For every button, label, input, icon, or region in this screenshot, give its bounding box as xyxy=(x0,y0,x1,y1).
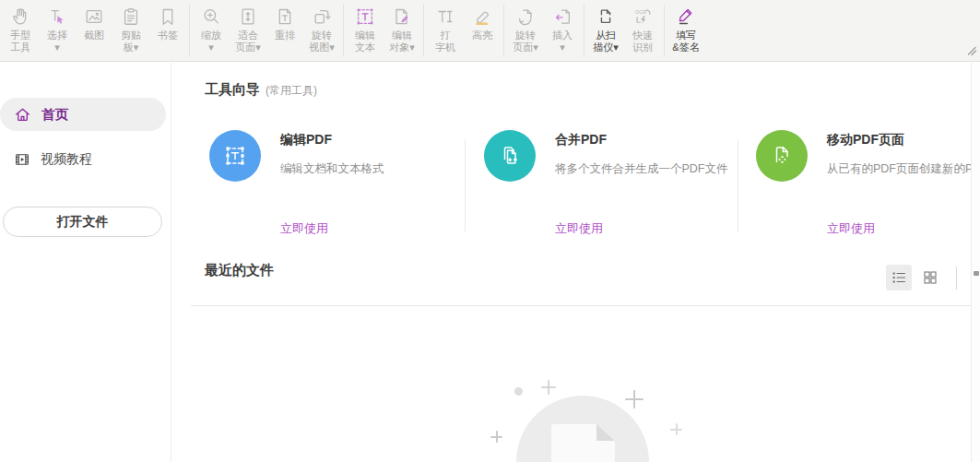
tool-card-title: 编辑PDF xyxy=(280,132,332,148)
edit-object-label: 编辑 对象▾ xyxy=(389,30,415,53)
sparkle-icon xyxy=(625,390,643,409)
rotate-pages-button[interactable]: 旋转 页面▾ xyxy=(507,0,544,61)
clipboard-button[interactable]: 剪贴 板▾ xyxy=(112,0,149,61)
edit-object-button[interactable]: 编辑 对象▾ xyxy=(384,0,420,61)
sidebar-item-home[interactable]: 首页 xyxy=(0,98,166,131)
typewriter-button[interactable]: 打 字机 xyxy=(427,0,464,61)
edit-text-button[interactable]: 编辑 文本 xyxy=(347,0,384,61)
toolbar-separator xyxy=(584,5,584,56)
zoom-icon xyxy=(201,6,221,28)
main-content: 工具向导 (常用工具) 编辑PDF 编辑文档和文本格式 立即使用 xyxy=(172,63,971,462)
fill-sign-button[interactable]: 填写 &签名 xyxy=(667,0,704,61)
insert-label: 插入 ▾ xyxy=(552,30,573,53)
card-separator xyxy=(738,139,738,231)
toolbar: 手型 工具 选择 ▾ 截图 xyxy=(0,0,980,62)
tool-card-title: 移动PDF页面 xyxy=(827,132,904,148)
collapse-toolbar-icon[interactable] xyxy=(966,45,977,56)
edit-text-icon xyxy=(355,6,375,28)
typewriter-label: 打 字机 xyxy=(435,30,455,53)
sidebar: 首页 视频教程 打开文件 xyxy=(0,63,171,462)
select-tool-button[interactable]: 选择 ▾ xyxy=(39,0,76,61)
highlight-button[interactable]: 高亮 xyxy=(464,0,501,61)
rotate-view-button[interactable]: 旋转 视图▾ xyxy=(303,0,340,61)
home-icon xyxy=(14,106,31,124)
bookmark-icon xyxy=(158,6,178,28)
empty-state-document xyxy=(551,424,615,462)
video-tutorials-icon xyxy=(14,151,30,168)
hand-tool-button[interactable]: 手型 工具 xyxy=(2,0,39,61)
tool-card-move-pdf-pages[interactable]: 移动PDF页面 从已有的PDF页面创建新的PDF 立即使用 xyxy=(751,128,980,231)
scrollbar-track[interactable] xyxy=(971,63,980,462)
rotate-view-label: 旋转 视图▾ xyxy=(309,30,335,53)
typewriter-icon xyxy=(435,6,455,28)
rotate-view-icon xyxy=(312,6,332,28)
tools-section-title: 工具向导 xyxy=(205,81,260,99)
card-separator xyxy=(465,139,466,231)
toolbar-separator xyxy=(503,5,504,56)
fill-sign-label: 填写 &签名 xyxy=(672,30,699,53)
grid-view-button[interactable] xyxy=(917,265,943,290)
select-tool-icon xyxy=(47,6,67,28)
sidebar-item-video-tutorials[interactable]: 视频教程 xyxy=(0,143,166,176)
bookmark-label: 书签 xyxy=(158,30,178,41)
insert-button[interactable]: 插入 ▾ xyxy=(544,0,581,61)
list-view-button[interactable] xyxy=(886,265,912,290)
edit-text-card-icon xyxy=(209,130,261,182)
reflow-icon xyxy=(275,6,295,28)
snapshot-label: 截图 xyxy=(84,30,104,41)
snapshot-button[interactable]: 截图 xyxy=(76,0,112,61)
hand-tool-icon xyxy=(10,6,30,28)
open-file-button[interactable]: 打开文件 xyxy=(3,207,162,237)
tool-card-description: 从已有的PDF页面创建新的PDF xyxy=(827,161,980,177)
quick-ocr-icon: OCR xyxy=(632,6,653,28)
bookmark-button[interactable]: 书签 xyxy=(149,0,186,61)
quick-ocr-label: 快速 识别 xyxy=(632,30,653,53)
fit-page-button[interactable]: 适合 页面▾ xyxy=(230,0,266,61)
from-scanner-icon xyxy=(596,6,616,28)
merge-pdf-card-icon xyxy=(484,130,536,182)
use-now-link[interactable]: 立即使用 xyxy=(827,220,875,237)
sidebar-item-home-label: 首页 xyxy=(41,106,68,124)
zoom-label: 缩放 ▾ xyxy=(201,30,221,53)
use-now-link[interactable]: 立即使用 xyxy=(555,220,603,237)
edit-text-label: 编辑 文本 xyxy=(355,30,375,53)
use-now-link[interactable]: 立即使用 xyxy=(280,220,328,237)
tool-card-description: 编辑文档和文本格式 xyxy=(280,161,384,177)
scrollbar-thumb[interactable] xyxy=(974,271,979,276)
snapshot-icon xyxy=(84,6,104,28)
zoom-button[interactable]: 缩放 ▾ xyxy=(193,0,230,61)
tool-card-edit-pdf[interactable]: 编辑PDF 编辑文档和文本格式 立即使用 xyxy=(205,128,467,231)
sparkle-icon xyxy=(541,380,556,395)
toolbar-separator xyxy=(189,5,190,56)
clipboard-icon xyxy=(121,6,141,28)
highlight-icon xyxy=(472,6,492,28)
from-scanner-button[interactable]: 从扫 描仪▾ xyxy=(587,0,624,61)
open-file-button-label: 打开文件 xyxy=(57,214,109,231)
reflow-button[interactable]: 重排 xyxy=(266,0,303,61)
fit-page-icon xyxy=(238,6,258,28)
fit-page-label: 适合 页面▾ xyxy=(235,30,261,53)
toolbar-separator xyxy=(423,5,424,56)
quick-ocr-button[interactable]: OCR 快速 识别 xyxy=(624,0,661,61)
app-window: 手型 工具 选择 ▾ 截图 xyxy=(0,0,980,462)
rotate-pages-icon xyxy=(515,6,536,28)
tools-section-header: 工具向导 (常用工具) xyxy=(205,81,317,99)
recent-files-title: 最近的文件 xyxy=(205,262,274,279)
list-view-icon xyxy=(891,269,907,286)
tool-card-merge-pdf[interactable]: 合并PDF 将多个文件合并生成一个PDF文件 立即使用 xyxy=(479,128,742,231)
sparkle-icon xyxy=(490,431,502,443)
decoration-dot xyxy=(514,387,523,396)
highlight-label: 高亮 xyxy=(472,30,492,41)
edit-object-icon xyxy=(392,6,412,28)
select-tool-label: 选择 ▾ xyxy=(47,30,67,53)
view-toggle-separator xyxy=(956,267,957,290)
sidebar-item-video-tutorials-label: 视频教程 xyxy=(41,151,92,168)
insert-icon xyxy=(552,6,573,28)
fill-sign-icon xyxy=(676,6,696,28)
hand-tool-label: 手型 工具 xyxy=(10,30,30,53)
clipboard-label: 剪贴 板▾ xyxy=(121,30,141,53)
grid-view-icon xyxy=(922,269,939,286)
from-scanner-label: 从扫 描仪▾ xyxy=(593,30,619,53)
recent-files-divider xyxy=(191,305,971,306)
tools-section-subtitle: (常用工具) xyxy=(266,83,317,99)
